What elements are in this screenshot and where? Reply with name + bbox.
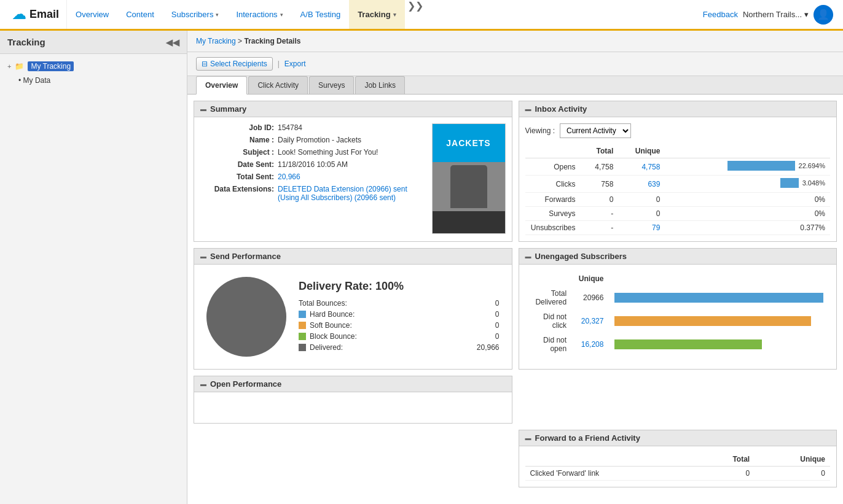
summary-row-dataext: Data Extensions: DELETED Data Extension … — [200, 185, 426, 202]
bounce-rows: Total Bounces:0Hard Bounce:0Soft Bounce:… — [299, 299, 500, 352]
tab-overview[interactable]: Overview — [196, 76, 247, 95]
sidebar-title: Tracking — [7, 37, 45, 47]
inbox-activity-section: ▬ Inbox Activity Viewing : Current Activ… — [519, 101, 837, 242]
sidebar-content: + 📁 My Tracking My Data — [0, 54, 187, 92]
nav-item-interactions[interactable]: Interactions ▾ — [227, 0, 291, 31]
summary-grid: Job ID: 154784 Name : Daily Promotion - … — [200, 123, 506, 234]
ue-value-link[interactable]: 20,327 — [581, 317, 604, 325]
select-recipients-button[interactable]: ⊟ Select Recipients — [196, 57, 273, 71]
unengaged-section: ▬ Unengaged Subscribers Unique Total Del… — [519, 248, 837, 370]
ue-value-link[interactable]: 16,208 — [581, 340, 604, 349]
folder-icon: 📁 — [15, 62, 24, 71]
breadcrumb-parent[interactable]: My Tracking — [196, 37, 236, 45]
tab-surveys[interactable]: Surveys — [309, 76, 354, 94]
unengaged-row: Total Delivered20966 — [527, 287, 829, 309]
ue-row-value: 16,208 — [573, 333, 608, 355]
open-perf-toggle[interactable]: ▬ — [200, 381, 206, 387]
nav-label-content: Content — [126, 10, 154, 19]
select-recipients-icon: ⊟ — [202, 60, 208, 68]
inbox-table-row: Unsubscribes-790.377% — [525, 221, 831, 235]
forward-table: Total Unique Clicked 'Forward' link00 — [525, 452, 831, 481]
inbox-table-row: Surveys-00% — [525, 207, 831, 221]
bounce-value: 0 — [495, 299, 500, 308]
nav-item-subscribers[interactable]: Subscribers ▾ — [163, 0, 228, 31]
ue-col-unique: Unique — [573, 272, 608, 285]
nav-item-abtesting[interactable]: A/B Testing — [292, 0, 350, 31]
inbox-unique-link[interactable]: 79 — [652, 223, 660, 232]
ue-row-label: Total Delivered — [527, 287, 572, 309]
viewing-select[interactable]: Current Activity — [560, 123, 631, 138]
inbox-unique-link[interactable]: 4,758 — [641, 163, 660, 171]
img-coat — [450, 165, 487, 208]
inbox-row-bar: 0% — [665, 207, 830, 221]
summary-totalsent-link[interactable]: 20,966 — [278, 173, 300, 181]
sidebar-child-my-data[interactable]: My Data — [0, 74, 187, 87]
summary-name-value: Daily Promotion - Jackets — [278, 136, 361, 144]
layout: Tracking ◀◀ + 📁 My Tracking My Data My T… — [0, 31, 843, 504]
open-performance-section: ▬ Open Performance — [194, 376, 512, 424]
unengaged-body: Unique Total Delivered20966Did not click… — [519, 265, 837, 363]
send-perf-toggle[interactable]: ▬ — [200, 253, 206, 260]
forward-row: Clicked 'Forward' link00 — [525, 467, 831, 481]
toolbar: ⊟ Select Recipients | Export — [187, 52, 843, 76]
bounce-row: Delivered:20,966 — [299, 343, 500, 352]
inbox-row-unique: 4,758 — [618, 158, 665, 176]
open-perf-title: Open Performance — [210, 379, 281, 389]
unengaged-row: Did not click20,327 — [527, 310, 829, 332]
inbox-row-total: - — [581, 207, 619, 221]
inbox-toggle[interactable]: ▬ — [525, 106, 531, 112]
sidebar-tree-my-tracking[interactable]: + 📁 My Tracking — [0, 59, 187, 74]
summary-datesent-value: 11/18/2016 10:05 AM — [278, 160, 348, 169]
nav-items: Overview Content Subscribers ▾ Interacti… — [67, 0, 698, 29]
bounce-value: 20,966 — [477, 343, 500, 352]
tab-job-links[interactable]: Job Links — [355, 76, 405, 94]
unengaged-title: Unengaged Subscribers — [535, 252, 627, 261]
forward-toggle[interactable]: ▬ — [525, 435, 531, 441]
breadcrumb-current: Tracking Details — [244, 37, 300, 45]
interactions-caret: ▾ — [280, 12, 283, 18]
nav-logo[interactable]: ☁ Email — [5, 0, 67, 29]
bounce-row: Hard Bounce:0 — [299, 310, 500, 319]
ue-row-bar — [610, 333, 829, 355]
nav-right: Feedback Northern Trails... ▾ 👤 — [698, 0, 838, 29]
sidebar-header: Tracking ◀◀ — [0, 31, 187, 54]
ue-col-empty — [527, 272, 572, 285]
breadcrumb-sep: > — [238, 37, 244, 45]
nav-item-content[interactable]: Content — [117, 0, 163, 31]
inbox-row-bar: 0.377% — [665, 221, 830, 235]
inbox-title: Inbox Activity — [535, 104, 587, 114]
bounce-label: Total Bounces: — [299, 299, 492, 308]
summary-jobid-label: Job ID: — [200, 123, 274, 132]
bounce-row: Block Bounce:0 — [299, 332, 500, 341]
summary-toggle[interactable]: ▬ — [200, 106, 206, 112]
avatar[interactable]: 👤 — [814, 5, 833, 25]
bounce-row: Total Bounces:0 — [299, 299, 500, 308]
nav-feedback[interactable]: Feedback — [703, 10, 738, 19]
inbox-table: Total Unique Opens4,7584,75822.694%Click… — [525, 144, 831, 235]
forward-title: Forward to a Friend Activity — [535, 433, 640, 443]
unengaged-toggle[interactable]: ▬ — [525, 253, 531, 260]
export-link[interactable]: Export — [284, 60, 306, 68]
inbox-unique-link[interactable]: 639 — [648, 180, 660, 188]
nav-logo-text: Email — [29, 8, 59, 21]
inbox-row-unique: 639 — [618, 176, 665, 193]
summary-row-datesent: Date Sent: 11/18/2016 10:05 AM — [200, 160, 426, 169]
col-total: Total — [581, 144, 619, 158]
summary-row-name: Name : Daily Promotion - Jackets — [200, 136, 426, 144]
inbox-row-label: Unsubscribes — [525, 221, 581, 235]
tab-click-activity[interactable]: Click Activity — [248, 76, 308, 94]
bounce-swatch — [299, 344, 306, 351]
nav-item-overview[interactable]: Overview — [67, 0, 117, 31]
sidebar-item-label: My Tracking — [28, 61, 74, 71]
summary-totalsent-label: Total Sent: — [200, 173, 274, 181]
tracking-caret: ▾ — [393, 12, 396, 18]
col-unique: Unique — [618, 144, 665, 158]
nav-label-overview: Overview — [76, 10, 109, 19]
summary-subject-value: Look! Something Just For You! — [278, 148, 378, 157]
nav-item-tracking[interactable]: Tracking ▾ — [349, 0, 404, 31]
sidebar-collapse-btn[interactable]: ◀◀ — [166, 37, 179, 47]
fwd-col-total: Total — [696, 452, 755, 467]
nav-more[interactable]: ❯❯ — [405, 0, 426, 29]
nav-org[interactable]: Northern Trails... ▾ — [743, 10, 809, 19]
summary-image: JACKETS — [432, 123, 506, 234]
